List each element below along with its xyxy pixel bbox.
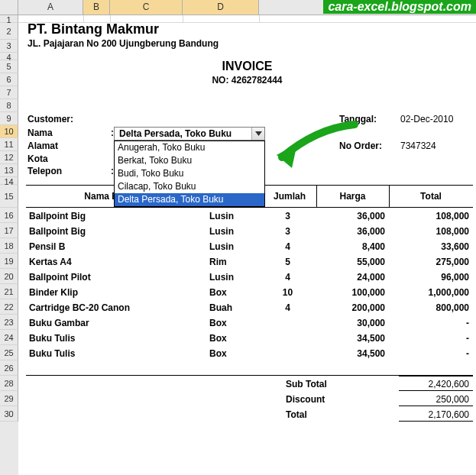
cell-nama-barang[interactable]: Cartridge BC-20 Canon xyxy=(29,302,197,313)
cell-total[interactable]: 800,000 xyxy=(389,302,469,313)
cell-harga[interactable]: 34,500 xyxy=(316,333,385,344)
row-header-4[interactable]: 4 xyxy=(0,53,18,60)
cell-jumlah[interactable]: 3 xyxy=(263,226,312,237)
cell-total[interactable]: 108,000 xyxy=(389,211,469,221)
row-header-18[interactable]: 18 xyxy=(0,238,18,254)
row-header-21[interactable]: 21 xyxy=(0,284,18,299)
combo-dropdown-list[interactable]: Anugerah, Toko Buku Berkat, Toko Buku Bu… xyxy=(114,141,265,207)
col-header-C[interactable]: C xyxy=(110,0,183,15)
cell-total[interactable]: 33,600 xyxy=(389,241,469,252)
col-header-B[interactable]: B xyxy=(83,0,110,15)
combo-option-selected[interactable]: Delta Persada, Toko Buku xyxy=(115,193,264,206)
cell-harga[interactable]: 24,000 xyxy=(316,272,385,283)
cell-harga[interactable]: 100,000 xyxy=(316,287,385,298)
combo-option[interactable]: Cilacap, Toko Buku xyxy=(115,180,264,193)
cell-harga[interactable]: 200,000 xyxy=(316,302,385,313)
combo-option[interactable]: Budi, Toko Buku xyxy=(115,167,264,180)
row-header-23[interactable]: 23 xyxy=(0,315,18,330)
cell-total[interactable]: 275,000 xyxy=(389,257,469,267)
row-header-17[interactable]: 17 xyxy=(0,223,18,238)
cell-total[interactable]: 1,000,000 xyxy=(389,287,469,298)
cell-nama-barang[interactable]: Binder Klip xyxy=(29,287,197,298)
row-header-1[interactable]: 1 xyxy=(0,15,18,23)
row-header-10[interactable]: 10 xyxy=(0,125,18,138)
cell-satuan[interactable]: Box xyxy=(209,318,263,328)
cell-harga[interactable]: 36,000 xyxy=(316,211,385,221)
cell-harga[interactable]: 34,500 xyxy=(316,348,385,359)
cell-nama-barang[interactable]: Kertas A4 xyxy=(29,257,197,267)
cell-total[interactable]: - xyxy=(389,318,469,328)
row-header-26[interactable]: 26 xyxy=(0,360,18,376)
cell-jumlah[interactable]: 3 xyxy=(263,211,312,221)
col-header-A[interactable]: A xyxy=(18,0,83,15)
row-header-20[interactable]: 20 xyxy=(0,269,18,284)
row-header-9[interactable]: 9 xyxy=(0,112,18,125)
combo-option[interactable]: Anugerah, Toko Buku xyxy=(115,141,264,154)
tanggal-value: 02-Dec-2010 xyxy=(400,114,453,124)
row-header-19[interactable]: 19 xyxy=(0,254,18,269)
row-header-3[interactable]: 3 xyxy=(0,40,18,53)
cell-satuan[interactable]: Lusin xyxy=(209,272,263,283)
watermark-banner: cara-excel.blogspot.com xyxy=(323,0,476,14)
cell-satuan[interactable]: Lusin xyxy=(209,241,263,252)
telepon-label: Telepon xyxy=(28,166,62,176)
row-header-2[interactable]: 2 xyxy=(0,23,18,40)
discount-label: Discount xyxy=(286,394,325,405)
cell-jumlah[interactable]: 10 xyxy=(263,287,312,298)
cell-nama-barang[interactable]: Buku Tulis xyxy=(29,333,197,344)
cell-satuan[interactable]: Rim xyxy=(209,257,263,267)
cell-harga[interactable]: 36,000 xyxy=(316,226,385,237)
cell-total[interactable]: 108,000 xyxy=(389,226,469,237)
cell-harga[interactable]: 30,000 xyxy=(316,318,385,328)
row-header-24[interactable]: 24 xyxy=(0,330,18,345)
cell-jumlah[interactable]: 4 xyxy=(263,241,312,252)
cell-satuan[interactable]: Lusin xyxy=(209,211,263,221)
row-header-12[interactable]: 12 xyxy=(0,151,18,164)
row-header-25[interactable]: 25 xyxy=(0,345,18,360)
selectall-corner[interactable] xyxy=(0,0,18,15)
customer-name-combo[interactable]: Delta Persada, Toko Buku xyxy=(114,127,265,141)
row-header-11[interactable]: 11 xyxy=(0,138,18,151)
alamat-label: Alamat xyxy=(28,141,58,151)
cell-harga[interactable]: 8,400 xyxy=(316,241,385,252)
cell-nama-barang[interactable]: Ballpoint Big xyxy=(29,211,197,221)
row-header-29[interactable]: 29 xyxy=(0,391,18,406)
row-header-6[interactable]: 6 xyxy=(0,73,18,86)
cell-nama-barang[interactable]: Ballpoint Big xyxy=(29,226,197,237)
cell-total[interactable]: 96,000 xyxy=(389,272,469,283)
cell-satuan[interactable]: Box xyxy=(209,348,263,359)
row-header-22[interactable]: 22 xyxy=(0,299,18,315)
combo-option[interactable]: Berkat, Toko Buku xyxy=(115,154,264,167)
cell-nama-barang[interactable]: Buku Tulis xyxy=(29,348,197,359)
combo-value: Delta Persada, Toko Buku xyxy=(115,128,251,139)
customer-label: Customer: xyxy=(28,114,73,124)
cell-jumlah[interactable]: 4 xyxy=(263,272,312,283)
row-header-5[interactable]: 5 xyxy=(0,60,18,73)
row-header-14[interactable]: 14 xyxy=(0,177,18,185)
invoice-number: NO: 4262782444 xyxy=(18,75,476,86)
row-header-16[interactable]: 16 xyxy=(0,208,18,223)
row-header-30[interactable]: 30 xyxy=(0,406,18,422)
row-header-7[interactable]: 7 xyxy=(0,86,18,99)
total-label: Total xyxy=(286,409,307,420)
cell-jumlah[interactable]: 5 xyxy=(263,257,312,267)
row-header-8[interactable]: 8 xyxy=(0,99,18,112)
cell-harga[interactable]: 55,000 xyxy=(316,257,385,267)
cell-total[interactable]: - xyxy=(389,348,469,359)
cell-nama-barang[interactable]: Pensil B xyxy=(29,241,197,252)
cell-satuan[interactable]: Lusin xyxy=(209,226,263,237)
cell-satuan[interactable]: Buah xyxy=(209,302,263,313)
row-header-15[interactable]: 15 xyxy=(0,185,18,208)
row-header-13[interactable]: 13 xyxy=(0,164,18,177)
cell-satuan[interactable]: Box xyxy=(209,333,263,344)
combo-dropdown-button[interactable] xyxy=(251,128,264,140)
cell-jumlah[interactable]: 4 xyxy=(263,302,312,313)
cell-total[interactable]: - xyxy=(389,333,469,344)
col-header-D[interactable]: D xyxy=(183,0,259,15)
sheet-content[interactable]: PT. Bintang Makmur JL. Pajajaran No 200 … xyxy=(18,15,476,475)
cell-nama-barang[interactable]: Buku Gambar xyxy=(29,318,197,328)
row-header-28[interactable]: 28 xyxy=(0,376,18,391)
subtotal-label: Sub Total xyxy=(286,379,327,389)
cell-satuan[interactable]: Box xyxy=(209,287,263,298)
cell-nama-barang[interactable]: Ballpoint Pilot xyxy=(29,272,197,283)
